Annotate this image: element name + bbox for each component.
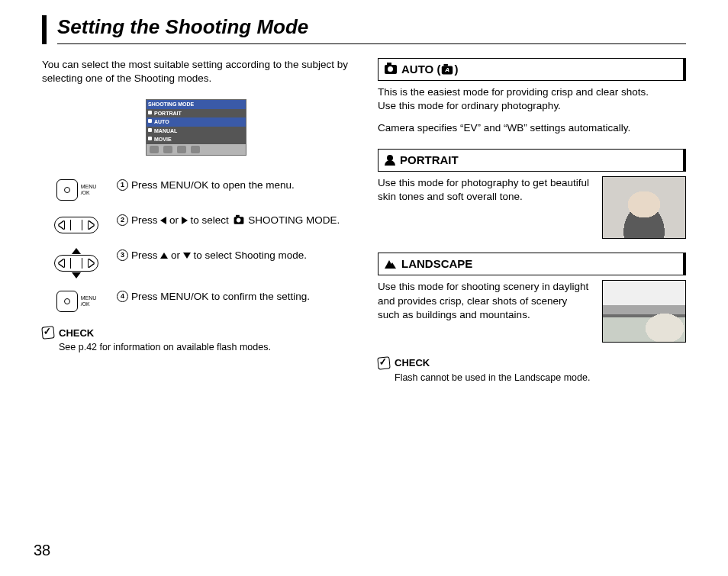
right-arrow-icon — [182, 217, 188, 224]
step3-icon — [42, 249, 111, 278]
portrait-sample-image — [602, 176, 686, 239]
check-text: Flash cannot be used in the Landscape mo… — [378, 372, 686, 385]
section-header-portrait: PORTRAIT — [378, 149, 686, 172]
step1-icon: MENU /OK — [42, 179, 111, 201]
portrait-icon — [385, 155, 395, 166]
landscape-icon — [385, 259, 397, 269]
step-number-3: 3 — [117, 249, 128, 261]
step4-icon: MENU /OK — [42, 290, 111, 313]
section-body-portrait: Use this mode for photography to get bea… — [378, 176, 686, 239]
lcd-item-0: PORTRAIT — [147, 109, 246, 117]
left-right-button-icon — [54, 217, 98, 233]
check-icon — [41, 327, 54, 339]
step2-icon — [42, 214, 111, 237]
menu-ok-button-icon — [56, 179, 78, 201]
step2-text: 2 Press or to select SHOOTING MODE. — [117, 214, 350, 227]
check-label: CHECK — [59, 327, 94, 340]
up-down-button-icon — [54, 249, 98, 278]
lcd-header: SHOOTING MODE — [147, 100, 246, 108]
up-arrow-icon — [160, 253, 168, 259]
check-block-right: CHECK Flash cannot be used in the Landsc… — [378, 356, 686, 384]
section-body-auto: This is the easiest mode for providing c… — [378, 85, 686, 135]
title-bar: Setting the Shooting Mode — [42, 15, 686, 44]
manual-page: Setting the Shooting Mode You can select… — [0, 0, 728, 576]
lcd-footer — [147, 144, 246, 155]
camera-icon — [234, 217, 243, 224]
lcd-illustration: SHOOTING MODE PORTRAIT AUTO MANUAL MOVIE — [146, 99, 246, 155]
landscape-sample-image — [602, 280, 686, 343]
down-arrow-icon — [183, 253, 191, 259]
lcd-item-3: MOVIE — [147, 135, 246, 143]
section-header-auto: AUTO () — [378, 58, 686, 81]
lcd-item-2: MANUAL — [147, 127, 246, 135]
right-column: AUTO () This is the easiest mode for pro… — [378, 58, 686, 385]
step-list: MENU /OK 1 Press MENU/OK to open the men… — [42, 179, 350, 313]
step-number-2: 2 — [117, 214, 128, 226]
intro-text: You can select the most suitable setting… — [42, 58, 350, 85]
menu-ok-label: MENU /OK — [81, 184, 97, 195]
menu-ok-button-icon — [56, 291, 78, 312]
check-text: See p.42 for information on available fl… — [42, 341, 350, 354]
content-columns: You can select the most suitable setting… — [42, 58, 686, 385]
left-column: You can select the most suitable setting… — [42, 58, 350, 385]
lcd-item-1: AUTO — [147, 117, 246, 126]
page-title: Setting the Shooting Mode — [57, 15, 686, 44]
menu-ok-label: MENU /OK — [81, 295, 97, 307]
check-block-left: CHECK See p.42 for information on availa… — [42, 327, 350, 354]
page-number: 38 — [34, 542, 50, 559]
camera-auto-icon — [442, 66, 453, 75]
check-icon — [377, 357, 390, 370]
step4-text: 4 Press MENU/OK to confirm the setting. — [117, 290, 350, 304]
step1-text: 1 Press MENU/OK to open the menu. — [117, 179, 350, 192]
step-number-4: 4 — [117, 291, 128, 302]
step3-text: 3 Press or to select Shooting mode. — [117, 249, 350, 262]
section-header-landscape: LANDSCAPE — [378, 253, 686, 275]
section-body-landscape: Use this mode for shooting scenery in da… — [378, 280, 686, 343]
check-label: CHECK — [395, 356, 430, 370]
camera-icon — [385, 65, 397, 74]
step-number-1: 1 — [117, 179, 128, 191]
